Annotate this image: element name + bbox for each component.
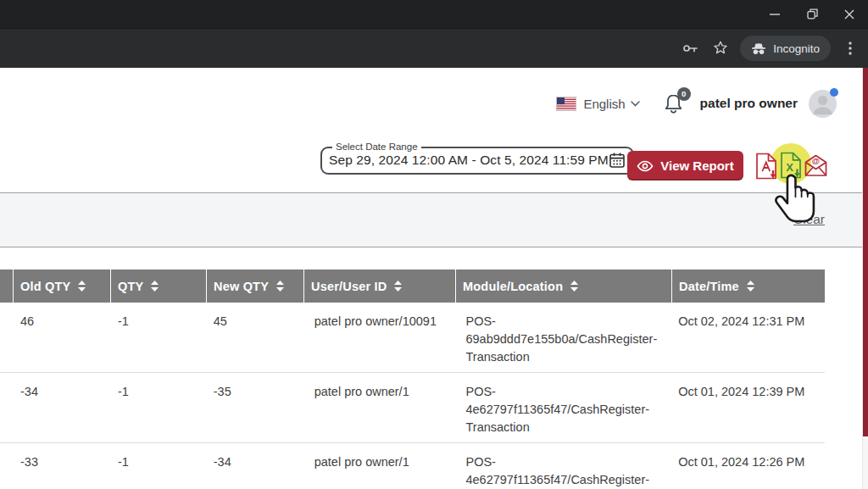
cell-old-qty: 46	[14, 303, 111, 372]
kebab-menu-icon	[842, 40, 859, 57]
scrollbar-thumb[interactable]	[863, 68, 868, 436]
table-row: -33 -1 -34 patel pro owner/1 POS-4e62797…	[0, 443, 825, 489]
export-email-button[interactable]: @	[804, 154, 828, 180]
export-excel-button[interactable]: X	[780, 152, 803, 181]
table-row: -34 -1 -35 patel pro owner/1 POS-4e62797…	[0, 373, 825, 443]
minimize-icon	[770, 9, 780, 19]
language-selector[interactable]: English	[556, 97, 639, 111]
report-page: English 0 patel pro owner	[0, 68, 862, 489]
browser-toolbar-right: Incognito	[679, 29, 861, 68]
column-header-user[interactable]: User/User ID	[303, 270, 455, 303]
column-header-datetime[interactable]: Date/Time	[671, 270, 825, 303]
cell-datetime: Oct 02, 2024 12:31 PM	[671, 303, 825, 372]
user-avatar[interactable]	[809, 90, 837, 118]
excel-x-glyph: X	[786, 161, 793, 174]
cell-datetime: Oct 01, 2024 12:39 PM	[671, 373, 825, 442]
cell-module: POS-69ab9ddd7e155b0a/CashRegister-Transa…	[455, 303, 671, 372]
spacer-cell	[0, 303, 14, 372]
screen: Incognito	[0, 0, 868, 489]
sort-icon	[570, 281, 579, 292]
user-name: patel pro owner	[700, 96, 798, 111]
us-flag-icon	[556, 97, 576, 111]
email-at-glyph: @	[812, 156, 820, 165]
date-range-row: Sep 29, 2024 12:00 AM - Oct 5, 2024 11:5…	[329, 152, 626, 169]
export-pdf-button[interactable]	[755, 153, 778, 182]
header-spacer-cell	[0, 270, 13, 303]
page-scrollbar[interactable]	[862, 68, 868, 489]
restore-button[interactable]	[793, 0, 831, 28]
cell-new-qty: 45	[207, 303, 304, 372]
page-header: English 0 patel pro owner	[556, 86, 837, 121]
email-report-icon: @	[804, 154, 828, 177]
sort-icon	[746, 281, 755, 292]
view-report-label: View Report	[660, 158, 733, 173]
cell-old-qty: -34	[14, 373, 111, 442]
column-label: Date/Time	[679, 280, 739, 293]
spacer-cell	[0, 373, 14, 442]
close-button[interactable]	[831, 0, 868, 28]
column-label: QTY	[118, 280, 143, 293]
date-range-field[interactable]: Select Date Range Sep 29, 2024 12:00 AM …	[320, 142, 634, 175]
bookmark-star-button[interactable]	[709, 37, 732, 59]
minimize-button[interactable]	[756, 0, 793, 28]
clear-link[interactable]: Clear	[793, 212, 825, 227]
cell-qty: -1	[111, 443, 207, 489]
column-header-qty[interactable]: QTY	[110, 270, 206, 303]
filter-strip	[0, 192, 862, 247]
cell-user: patel pro owner/10091	[304, 303, 456, 372]
inventory-table: Old QTY QTY New QTY User/User ID Module/…	[0, 270, 825, 489]
column-label: Module/Location	[463, 280, 563, 293]
incognito-badge: Incognito	[740, 36, 831, 61]
calendar-icon	[609, 152, 626, 169]
table-row: 46 -1 45 patel pro owner/10091 POS-69ab9…	[0, 303, 825, 373]
password-key-icon	[681, 39, 699, 58]
sort-icon	[77, 281, 86, 292]
browser-menu-button[interactable]	[839, 37, 861, 59]
column-header-new-qty[interactable]: New QTY	[206, 270, 303, 303]
cell-module: POS-4e62797f11365f47/CashRegister-Transa…	[455, 443, 671, 489]
column-label: User/User ID	[311, 280, 387, 293]
star-icon	[711, 39, 730, 58]
cell-qty: -1	[111, 373, 207, 442]
cell-datetime: Oct 01, 2024 12:26 PM	[671, 443, 825, 489]
restore-icon	[807, 8, 818, 19]
pdf-download-icon	[755, 153, 778, 180]
close-icon	[844, 9, 854, 19]
excel-download-icon: X	[780, 152, 803, 179]
cell-new-qty: -34	[207, 443, 304, 489]
browser-toolbar: Incognito	[0, 28, 868, 69]
notification-badge: 0	[677, 87, 691, 101]
cell-old-qty: -33	[14, 443, 111, 489]
cell-user: patel pro owner/1	[304, 373, 456, 442]
column-header-old-qty[interactable]: Old QTY	[13, 270, 110, 303]
online-status-dot	[830, 88, 838, 97]
window-titlebar	[0, 0, 868, 28]
column-label: New QTY	[214, 280, 269, 293]
sort-icon	[150, 281, 159, 292]
view-report-button[interactable]: View Report	[627, 151, 743, 181]
sort-icon	[393, 281, 403, 292]
password-key-button[interactable]	[679, 37, 701, 59]
date-range-label: Select Date Range	[332, 142, 421, 153]
table-header-row: Old QTY QTY New QTY User/User ID Module/…	[0, 270, 825, 303]
cell-qty: -1	[111, 303, 207, 372]
incognito-label: Incognito	[773, 42, 820, 55]
date-range-value: Sep 29, 2024 12:00 AM - Oct 5, 2024 11:5…	[329, 153, 609, 168]
cell-module: POS-4e62797f11365f47/CashRegister-Transa…	[455, 373, 671, 442]
cell-user: patel pro owner/1	[304, 443, 456, 489]
chevron-down-icon	[631, 101, 640, 107]
eye-icon	[637, 160, 654, 172]
column-header-module[interactable]: Module/Location	[455, 270, 671, 303]
notifications-button[interactable]: 0	[663, 92, 685, 115]
language-label: English	[583, 97, 625, 111]
spacer-cell	[0, 443, 14, 489]
sort-icon	[275, 281, 285, 292]
column-label: Old QTY	[20, 280, 70, 293]
window-controls	[756, 0, 868, 28]
incognito-icon	[751, 42, 766, 55]
cell-new-qty: -35	[207, 373, 304, 442]
